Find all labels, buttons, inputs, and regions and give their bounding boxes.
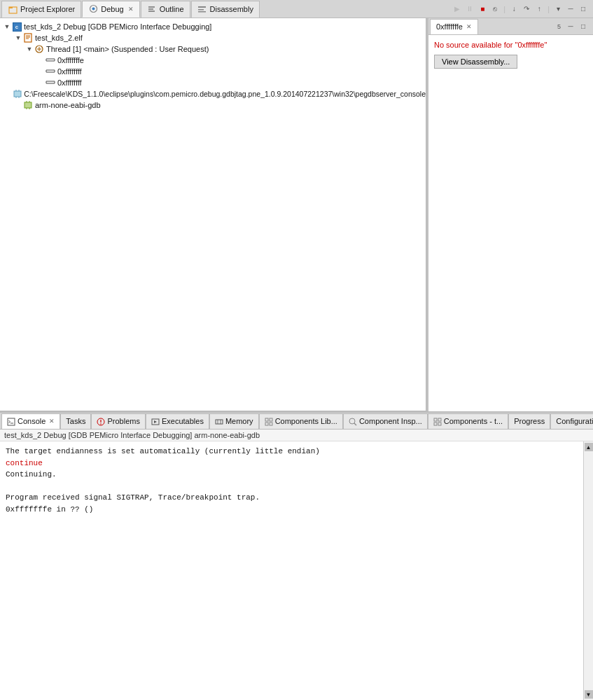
disassembly-content: No source available for "0xfffffffe" Vie… <box>428 35 593 411</box>
expand-thread[interactable]: ▼ <box>25 46 34 53</box>
frame2-label: 0xffffffff <box>57 78 82 87</box>
view-menu-icon[interactable]: ▾ <box>552 4 564 15</box>
console-wrapper: The target endianness is set automatical… <box>0 441 593 700</box>
tab-problems[interactable]: Problems <box>91 413 145 429</box>
svg-point-3 <box>92 8 95 11</box>
tab-progress[interactable]: Progress <box>508 413 550 429</box>
svg-rect-10 <box>25 34 32 42</box>
resume-icon[interactable]: ▶ <box>452 4 463 15</box>
frame1-label: 0xffffffff <box>57 67 82 76</box>
svg-line-56 <box>354 423 356 425</box>
disassembly-minimize[interactable]: ─ <box>565 21 576 32</box>
comp-lib-icon <box>265 416 273 425</box>
svg-rect-52 <box>270 418 272 421</box>
tree-item-thread[interactable]: ▼ Thread [1] <main> (Suspended : User Re… <box>0 43 426 55</box>
tab-components-t[interactable]: Components - t... <box>428 413 508 429</box>
tab-configuration-r[interactable]: Configuration R... <box>550 413 593 429</box>
console-scrollbar[interactable]: ▲ ▼ <box>583 441 593 700</box>
comp-lib-tab-label: Components Lib... <box>275 417 337 425</box>
console-line-0: The target endianness is set automatical… <box>6 446 578 458</box>
arm-label: arm-none-eabi-gdb <box>35 101 101 109</box>
tree-item-elf[interactable]: ▼ test_kds_2.elf <box>0 32 426 43</box>
tab-debug[interactable]: Debug ✕ <box>82 1 139 18</box>
svg-rect-9 <box>198 11 206 13</box>
debug-session-icon: c <box>11 22 22 32</box>
svg-rect-60 <box>438 423 441 425</box>
suspend-icon[interactable]: ⏸ <box>464 4 475 15</box>
svg-rect-1 <box>9 7 13 8</box>
console-tab-close[interactable]: ✕ <box>49 418 55 425</box>
tab-project-explorer[interactable]: Project Explorer <box>1 1 81 18</box>
svg-rect-51 <box>265 418 268 421</box>
tree-item-frame2[interactable]: ▷ 0xffffffff <box>0 77 426 88</box>
tab-debug-close[interactable]: ✕ <box>128 6 134 13</box>
scroll-down[interactable]: ▼ <box>585 690 593 699</box>
disassembly-maximize[interactable]: □ <box>578 21 589 32</box>
svg-point-55 <box>349 418 355 424</box>
disassembly-icon <box>197 4 207 14</box>
tab-memory[interactable]: Memory <box>209 413 259 429</box>
tree-item-arm[interactable]: ▷ arm-none-eabi-gdb <box>0 99 426 111</box>
progress-tab-label: Progress <box>514 417 545 425</box>
main-area: ▼ c test_kds_2 Debug [GDB PEMicro Interf… <box>0 18 593 411</box>
disassembly-toolbar: 5 ─ □ <box>554 21 592 32</box>
frame0-label: 0xfffffffe <box>57 56 84 64</box>
minimize-icon[interactable]: ─ <box>565 4 576 15</box>
svg-rect-7 <box>198 6 206 8</box>
problems-tab-label: Problems <box>107 417 139 425</box>
problems-icon <box>97 416 105 425</box>
session-label: test_kds_2 Debug [GDB PEMicro Interface … <box>24 22 211 31</box>
console-tab-icon <box>7 416 15 425</box>
svg-rect-54 <box>270 423 272 425</box>
svg-point-45 <box>101 423 102 425</box>
tree-item-proc[interactable]: ▷ C:\Freescale\KDS_1.1.0\eclipse\plugins… <box>0 88 426 99</box>
frame2-icon <box>45 78 56 88</box>
frame1-icon <box>45 67 56 76</box>
console-header: test_kds_2 Debug [GDB PEMicro Interface … <box>0 430 593 441</box>
disassembly-tab-bar: 0xfffffffe ✕ 5 ─ □ <box>428 18 593 35</box>
expand-elf[interactable]: ▼ <box>14 34 22 41</box>
view-disassembly-button[interactable]: View Disassembly... <box>434 55 517 69</box>
tab-disassembly[interactable]: Disassembly <box>191 1 260 18</box>
thread-label: Thread [1] <main> (Suspended : User Requ… <box>46 45 209 53</box>
step-into-icon[interactable]: ↓ <box>508 4 519 15</box>
svg-rect-39 <box>8 418 15 425</box>
debug-tree: ▼ c test_kds_2 Debug [GDB PEMicro Interf… <box>0 18 426 411</box>
console-line-1: continue <box>6 458 578 469</box>
tab-tasks[interactable]: Tasks <box>60 413 91 429</box>
expand-session[interactable]: ▼ <box>3 23 11 30</box>
top-toolbar: ▶ ⏸ ■ ⎋ | ↓ ↷ ↑ | ▾ ─ □ <box>452 4 592 15</box>
elf-label: test_kds_2.elf <box>35 34 83 42</box>
tree-item-frame0[interactable]: ▷ 0xfffffffe <box>0 55 426 66</box>
no-source-message: No source available for "0xfffffffe" <box>434 41 587 49</box>
disassembly-tab-main[interactable]: 0xfffffffe ✕ <box>430 19 478 34</box>
tree-item-session[interactable]: ▼ c test_kds_2 Debug [GDB PEMicro Interf… <box>0 21 426 32</box>
terminate-icon[interactable]: ■ <box>477 4 488 15</box>
disconnect-icon[interactable]: ⎋ <box>489 4 501 15</box>
tab-components-lib[interactable]: Components Lib... <box>259 413 343 429</box>
svg-rect-58 <box>438 418 441 421</box>
tab-executables[interactable]: Executables <box>146 413 209 429</box>
svg-rect-8 <box>198 9 204 11</box>
svg-marker-47 <box>154 420 157 423</box>
scroll-up[interactable]: ▲ <box>585 443 593 451</box>
tab-console[interactable]: Console ✕ <box>1 413 60 429</box>
outline-icon <box>147 4 157 14</box>
tab-debug-label: Debug <box>101 5 123 13</box>
tab-component-insp[interactable]: Component Insp... <box>343 413 428 429</box>
elf-icon <box>22 33 34 43</box>
tab-outline[interactable]: Outline <box>141 1 190 18</box>
project-explorer-icon <box>8 4 18 14</box>
top-tab-bar: Project Explorer Debug ✕ Outline Disasse… <box>0 0 593 18</box>
console-output: The target endianness is set automatical… <box>0 441 583 700</box>
console-header-label: test_kds_2 Debug [GDB PEMicro Interface … <box>4 431 260 439</box>
console-line-2: Continuing. <box>6 469 578 481</box>
disassembly-tab-close[interactable]: ✕ <box>466 23 472 30</box>
config-tab-label: Configuration R... <box>556 417 593 425</box>
step-over-icon[interactable]: ↷ <box>521 4 532 15</box>
step-return-icon[interactable]: ↑ <box>533 4 545 15</box>
debug-panel: ▼ c test_kds_2 Debug [GDB PEMicro Interf… <box>0 18 426 411</box>
tree-item-frame1[interactable]: ▷ 0xffffffff <box>0 66 426 77</box>
memory-icon <box>215 416 223 425</box>
maximize-icon[interactable]: □ <box>578 4 589 15</box>
